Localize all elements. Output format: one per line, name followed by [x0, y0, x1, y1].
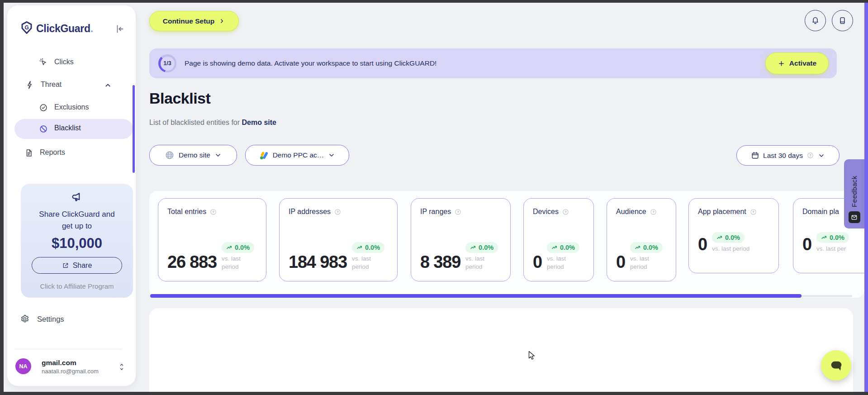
activate-label: Activate — [789, 59, 816, 67]
svg-text:G: G — [24, 24, 28, 31]
stat-card-devices: Devices ? 0 0.0% vs. lastperiod — [523, 198, 594, 281]
document-icon — [24, 148, 33, 157]
mouse-pointer-cursor — [526, 350, 536, 361]
vs-last-period-label: vs. lastperiod — [465, 255, 498, 271]
ppc-account-selector[interactable]: Demo PPC ac… — [245, 145, 349, 166]
svg-text:?: ? — [652, 210, 655, 214]
sidebar-item-label: Clicks — [54, 58, 74, 66]
chevron-up-down-icon — [118, 361, 126, 373]
window-frame-left — [0, 0, 4, 395]
trend-value: 0.0% — [725, 234, 740, 241]
demo-data-banner: 1/3 Page is showing demo data. Activate … — [149, 48, 837, 78]
trend-value: 0.0% — [560, 244, 575, 251]
share-button-label: Share — [73, 262, 92, 270]
site-selector[interactable]: Demo site — [149, 145, 237, 166]
help-icon[interactable]: ? — [334, 208, 342, 216]
trending-up-icon — [470, 244, 476, 251]
clickguard-app: { "brand": {"name": "ClickGuard", "suffi… — [0, 0, 868, 395]
stat-card-audience: Audience ? 0 0.0% vs. lastperiod — [607, 198, 676, 281]
help-icon[interactable]: ? — [806, 152, 814, 159]
chevron-down-icon — [214, 152, 222, 159]
sidebar-item-blacklist[interactable]: Blacklist — [14, 119, 133, 139]
stat-label: IP ranges — [420, 208, 451, 216]
stat-card-app-placement: App placement ? 0 0.0% vs. last period — [688, 198, 779, 273]
notifications-button[interactable] — [805, 10, 826, 31]
stat-label: IP addresses — [289, 208, 331, 216]
external-link-icon — [62, 262, 69, 269]
sidebar-item-label: Settings — [37, 315, 64, 324]
svg-text:?: ? — [337, 210, 339, 214]
sidebar-item-settings[interactable]: Settings — [20, 314, 124, 332]
cursor-click-icon — [39, 58, 48, 67]
bell-icon — [811, 16, 820, 25]
lightning-icon — [25, 81, 34, 90]
trend-value: 0.0% — [365, 244, 380, 251]
stat-value: 0 — [616, 253, 625, 271]
trend-badge: 0.0% — [222, 242, 254, 253]
sidebar-item-exclusions[interactable]: Exclusions — [39, 102, 134, 120]
share-button[interactable]: Share — [32, 257, 122, 274]
avatar: NA — [15, 358, 31, 374]
calendar-icon — [751, 151, 759, 160]
trend-badge: 0.0% — [816, 232, 849, 243]
vs-last-period-label: vs. lastperiod — [630, 255, 663, 271]
date-range-value: Last 30 days — [763, 152, 803, 160]
account-switcher[interactable]: NA gmail.com naatali.ro@gmail.com — [15, 358, 129, 380]
globe-icon — [165, 150, 175, 160]
account-name: gmail.com — [42, 359, 76, 367]
page-subtitle: List of blacklisted entities for Demo si… — [149, 119, 276, 127]
trending-up-icon — [226, 244, 232, 251]
stat-value: 184 983 — [289, 253, 347, 271]
continue-setup-button[interactable]: Continue Setup — [149, 11, 239, 31]
vs-last-period-label: vs. lastperiod — [222, 255, 254, 271]
page-scrollbar[interactable] — [864, 3, 868, 392]
date-range-selector[interactable]: Last 30 days ? — [736, 145, 840, 166]
sidebar-item-reports[interactable]: Reports — [24, 148, 133, 166]
sidebar-item-label: Exclusions — [54, 103, 89, 111]
stat-label: Devices — [533, 208, 559, 216]
chevron-right-icon — [218, 18, 225, 24]
sidebar-item-label: Blacklist — [54, 124, 81, 132]
ppc-account-value: Demo PPC ac… — [273, 151, 324, 159]
cards-scrollbar-thumb[interactable] — [150, 294, 802, 298]
activate-button[interactable]: Activate — [765, 52, 829, 74]
stat-card-ip-ranges: IP ranges ? 8 389 0.0% vs. lastperiod — [411, 198, 511, 281]
sidebar-item-label: Reports — [40, 148, 65, 157]
speech-bubble-icon — [829, 358, 844, 373]
sidebar-scrollbar-thumb[interactable] — [133, 85, 135, 173]
collapse-sidebar-icon[interactable] — [114, 24, 125, 34]
clickguard-logo-icon: G — [20, 21, 33, 34]
chat-widget-button[interactable] — [821, 350, 851, 381]
ban-icon — [39, 124, 48, 133]
book-icon — [838, 16, 847, 25]
sidebar-item-label: Threat — [41, 81, 62, 89]
sidebar-item-clicks[interactable]: Clicks — [39, 57, 134, 75]
help-icon[interactable]: ? — [209, 208, 217, 216]
trend-value: 0.0% — [830, 234, 844, 241]
stat-value: 0 — [533, 253, 542, 271]
help-icon[interactable]: ? — [562, 208, 569, 216]
page-title: Blacklist — [149, 90, 210, 107]
feedback-envelope-icon — [849, 211, 860, 223]
promo-text-line1: Share ClickGuard and — [21, 210, 133, 219]
vs-last-period-label: vs. last per — [816, 245, 849, 253]
chevron-up-icon — [104, 81, 112, 89]
feedback-label: Feedback — [850, 176, 858, 207]
svg-text:?: ? — [564, 210, 567, 214]
help-icon[interactable]: ? — [650, 208, 657, 216]
stat-value: 26 883 — [167, 253, 217, 271]
stat-value: 0 — [802, 236, 811, 253]
help-icon[interactable]: ? — [454, 208, 462, 216]
stat-value: 0 — [698, 236, 707, 253]
stat-card-ip-addresses: IP addresses ? 184 983 0.0% vs. lastperi… — [279, 198, 398, 281]
help-icon[interactable]: ? — [749, 208, 757, 216]
sidebar-item-threat[interactable]: Threat — [25, 80, 134, 98]
feedback-tab[interactable]: Feedback — [844, 159, 864, 228]
stat-value: 8 389 — [420, 253, 460, 271]
docs-button[interactable] — [832, 10, 853, 31]
trend-value: 0.0% — [643, 244, 658, 251]
trending-up-icon — [551, 244, 558, 251]
affiliate-promo-card[interactable]: Share ClickGuard and get up to $10,000 S… — [21, 184, 133, 298]
sidebar-divider — [14, 349, 122, 349]
subtitle-prefix: List of blacklisted entities for — [149, 119, 242, 126]
